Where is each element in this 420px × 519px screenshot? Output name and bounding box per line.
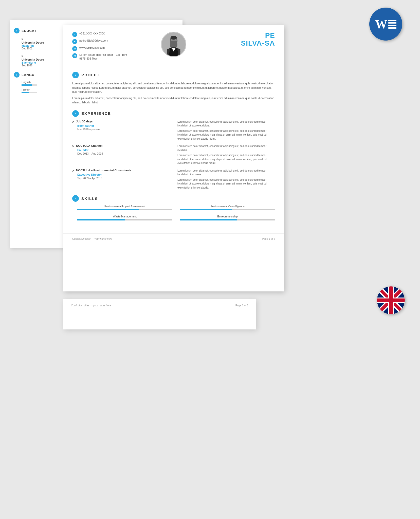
experience-section-header: › EXPERIENCE: [72, 110, 275, 117]
cv-skills-section: › SKILLS Environmental Impact Assessment: [72, 195, 275, 221]
cv-name-line2: SILVA-SA: [241, 39, 275, 47]
word-lines: [388, 20, 396, 29]
cv-contact-phone: T +351 XXX XXX XXX: [72, 32, 153, 37]
email-text: pedro@job30days.com: [79, 39, 108, 43]
skill-bar-3: [77, 219, 172, 220]
exp-item-1-row: > Job 30 days Book Author Mar 2016 – pre…: [72, 120, 275, 141]
exp-item-1-right: Lorem ipsum dolor sit amet, consectetur …: [176, 120, 275, 141]
skills-section-title: SKILLS: [81, 196, 98, 201]
exp-company-row-2: > NOCTULA Channel: [72, 144, 167, 148]
uk-badge: [377, 286, 405, 314]
cv-footer: Curriculum vitae — your name here Page 1…: [63, 233, 284, 244]
page-container: W › EDUCAT > University Douro Master in …: [0, 0, 420, 345]
cv-contact-email: E pedro@job30days.com: [72, 39, 153, 44]
back-edu-arrow-1: >: [22, 38, 23, 41]
cv-profile-section: › PROFILE Lorem ipsum dolor sit amet, co…: [72, 72, 275, 105]
skills-chevron-icon: ›: [72, 195, 79, 202]
exp-item-3-left: > NOCTULA – Environmental Consultants Ex…: [72, 169, 171, 190]
exp-role-2: Founder: [77, 149, 167, 152]
phone-text: +351 XXX XXX XXX: [79, 32, 105, 35]
exp-desc-1b: Lorem ipsum dolor sit amet, consectetur …: [177, 129, 275, 141]
word-badge: W: [369, 8, 402, 41]
cv-page-front: T +351 XXX XXX XXX E pedro@job30days.com…: [63, 25, 284, 291]
skill-item-4: Entrepreneurship: [180, 215, 275, 220]
exp-role-3: Executive Director: [77, 173, 167, 176]
skill-item-1: Environmental Impact Assessment: [77, 205, 172, 210]
exp-role-1: Book Author: [77, 124, 167, 127]
skill-name-2: Environmental Due-diligence: [180, 205, 275, 208]
exp-desc-3b: Lorem ipsum dolor sit amet, consectetur …: [177, 178, 275, 190]
uk-flag-icon: [377, 286, 405, 314]
back-language-chevron: ›: [14, 72, 20, 78]
profile-para-1: Lorem ipsum dolor sit amet, consectetur …: [72, 81, 275, 94]
exp-dates-3: Sep 2009 – Apr 2016: [77, 177, 167, 180]
exp-desc-3a: Lorem ipsum dolor sit amet, consectetur …: [177, 169, 275, 177]
exp-desc-2a: Lorem ipsum dolor sit amet, consectetur …: [177, 144, 275, 152]
cv-contact-website: W www.job30days.com: [72, 46, 153, 51]
exp-arrow-2: >: [72, 144, 74, 148]
experience-chevron-icon: ›: [72, 110, 79, 117]
page2-footer-right: Page 2 of 2: [235, 304, 248, 307]
skill-bar-empty-2: [232, 209, 275, 210]
skill-bar-empty-1: [139, 209, 172, 210]
experience-section-title: EXPERIENCE: [81, 111, 111, 116]
word-icon: W: [375, 17, 396, 31]
back-education-chevron: ›: [14, 28, 20, 33]
back-lang-bar-2: [22, 92, 29, 93]
svg-rect-15: [377, 299, 405, 302]
exp-desc-1a: Lorem ipsum dolor sit amet, consectetur …: [177, 120, 275, 128]
website-text: www.job30days.com: [79, 46, 105, 50]
exp-dates-2: Dec 2013 – Aug 2015: [77, 152, 167, 155]
exp-desc-2b: Lorem ipsum dolor sit amet, consectetur …: [177, 153, 275, 165]
word-line-2: [388, 22, 396, 24]
phone-icon: T: [72, 32, 77, 37]
cv-photo: [161, 32, 186, 57]
exp-arrow-3: >: [72, 169, 74, 173]
exp-item-2-left: > NOCTULA Channel Founder Dec 2013 – Aug…: [72, 144, 171, 165]
cv-page-2: Curriculum vitae — your name here Page 2…: [63, 299, 256, 329]
cv-experience-section: › EXPERIENCE > Job 30 days Book Author M…: [72, 110, 275, 190]
cv-contact-list: T +351 XXX XXX XXX E pedro@job30days.com…: [72, 32, 153, 63]
word-line-3: [388, 25, 396, 26]
cv-header: T +351 XXX XXX XXX E pedro@job30days.com…: [63, 25, 284, 68]
exp-company-row-1: > Job 30 days: [72, 120, 167, 124]
skill-bar-4: [180, 219, 275, 220]
exp-company-3: NOCTULA – Environmental Consultants: [76, 169, 131, 172]
skill-name-1: Environmental Impact Assessment: [77, 205, 172, 208]
cv-body: › PROFILE Lorem ipsum dolor sit amet, co…: [63, 68, 284, 231]
back-edu-arrow-2: >: [22, 54, 23, 58]
skill-name-4: Entrepreneurship: [180, 215, 275, 218]
footer-left-text: Curriculum vitae — your name here: [72, 237, 112, 240]
cv-name-line1: PE: [265, 31, 275, 39]
cv-photo-area: [161, 32, 186, 57]
cv-contact-address: M Lorem ipsum dolor sit amet – 1st Front…: [72, 53, 153, 61]
skill-item-2: Environmental Due-diligence: [180, 205, 275, 210]
word-line-1: [388, 20, 396, 21]
back-education-label: EDUCAT: [22, 29, 36, 33]
skill-bar-fill-4: [180, 219, 237, 220]
exp-item-3-row: > NOCTULA – Environmental Consultants Ex…: [72, 169, 275, 190]
exp-item-3-right: Lorem ipsum dolor sit amet, consectetur …: [176, 169, 275, 190]
skills-section-header: › SKILLS: [72, 195, 275, 202]
skill-name-3: Waste Management: [77, 215, 172, 218]
skill-bar-fill-1: [77, 209, 139, 210]
profile-section-title: PROFILE: [81, 73, 101, 77]
footer-page-text: Page 1 of 2: [262, 237, 275, 240]
back-lang-bar-1: [22, 84, 32, 86]
cv-name-area: PE SILVA-SA: [194, 32, 275, 47]
skill-bar-empty-4: [237, 219, 275, 220]
exp-arrow-1: >: [72, 120, 74, 124]
profile-chevron-icon: ›: [72, 72, 79, 78]
exp-item-1-left: > Job 30 days Book Author Mar 2016 – pre…: [72, 120, 171, 141]
page2-footer-left: Curriculum vitae — your name here: [71, 304, 111, 307]
profile-para-2: Lorem ipsum dolor sit amet, consectetur …: [72, 96, 275, 105]
exp-company-row-3: > NOCTULA – Environmental Consultants: [72, 169, 167, 173]
page2-content: Curriculum vitae — your name here Page 2…: [71, 304, 248, 307]
skill-bar-2: [180, 209, 275, 210]
word-letter: W: [375, 17, 387, 31]
exp-company-2: NOCTULA Channel: [76, 144, 102, 147]
person-silhouette: [162, 32, 186, 57]
email-icon: E: [72, 39, 77, 44]
skills-grid: Environmental Impact Assessment Environm…: [72, 205, 275, 221]
skill-bar-fill-3: [77, 219, 125, 220]
